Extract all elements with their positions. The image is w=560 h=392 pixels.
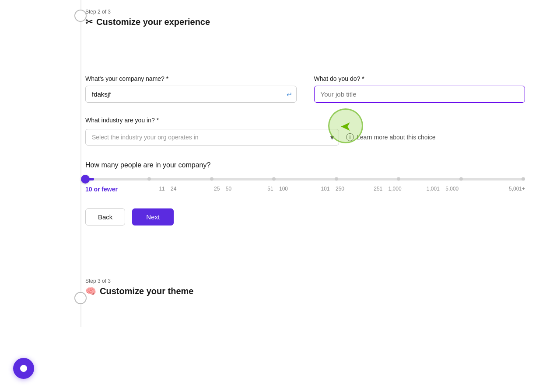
step2-circle	[74, 10, 87, 22]
step3-label: Step 3 of 3	[85, 278, 193, 284]
step2-title: ✂ Customize your experience	[85, 17, 210, 27]
cursor-arrow-icon: ➤	[340, 118, 351, 134]
enter-icon: ↵	[287, 90, 292, 98]
step3-title-text: Customize your theme	[100, 286, 193, 296]
step3-title: 🧠 Customize your theme	[85, 286, 193, 296]
company-name-field: What's your company name? * ↵	[85, 75, 297, 103]
next-button[interactable]: Next	[132, 208, 174, 225]
slider-dot-3	[272, 177, 276, 181]
job-title-field: What do you do? *	[314, 75, 525, 103]
industry-label: What industry are you in? *	[85, 117, 525, 124]
slider-label-3: 51 – 100	[250, 186, 305, 193]
slider-container	[85, 178, 525, 180]
learn-more-label: Learn more about this choice	[357, 134, 436, 141]
step3-section: Step 3 of 3 🧠 Customize your theme	[85, 278, 525, 327]
slider-label-6: 1,001 – 5,000	[415, 186, 470, 193]
step2-content: What's your company name? * ↵ What do yo…	[85, 40, 525, 225]
company-job-row: What's your company name? * ↵ What do yo…	[85, 75, 525, 103]
company-size-section: How many people are in your company?	[85, 161, 525, 193]
recording-dot	[20, 365, 27, 372]
company-name-label: What's your company name? *	[85, 75, 297, 82]
recording-indicator	[13, 358, 34, 379]
step3-header: Step 3 of 3 🧠 Customize your theme	[85, 278, 525, 296]
slider-label-2: 25 – 50	[195, 186, 250, 193]
company-name-input-wrapper: ↵	[85, 86, 297, 103]
cursor-hint-overlay: ➤	[328, 108, 363, 143]
company-name-input[interactable]	[85, 86, 297, 103]
industry-select-wrapper: Select the industry your org operates in…	[85, 129, 339, 146]
slider-labels: 10 or fewer 11 – 24 25 – 50 51 – 100 101…	[85, 186, 525, 193]
back-button[interactable]: Back	[85, 208, 125, 225]
slider-thumb[interactable]	[81, 175, 90, 184]
step2-icon: ✂	[85, 17, 93, 27]
step3-info: Step 3 of 3 🧠 Customize your theme	[85, 278, 193, 296]
action-buttons: Back Next	[85, 208, 525, 225]
slider-label-5: 251 – 1,000	[360, 186, 415, 193]
job-title-label: What do you do? *	[314, 75, 525, 82]
slider-dot-4	[335, 177, 338, 181]
slider-label-1: 11 – 24	[140, 186, 196, 193]
step2-header: Step 2 of 3 ✂ Customize your experience	[85, 9, 525, 27]
slider-dot-6	[459, 177, 463, 181]
slider-dot-7	[522, 177, 525, 181]
slider-dot-5	[397, 177, 400, 181]
job-title-input[interactable]	[314, 86, 525, 103]
industry-select[interactable]: Select the industry your org operates in	[85, 129, 339, 146]
step2-info: Step 2 of 3 ✂ Customize your experience	[85, 9, 210, 27]
timeline-line	[80, 0, 81, 327]
step2-label: Step 2 of 3	[85, 9, 210, 15]
industry-row: Select the industry your org operates in…	[85, 129, 525, 146]
slider-track	[85, 178, 525, 180]
company-size-title: How many people are in your company?	[85, 161, 525, 169]
industry-label-row: What industry are you in? *	[85, 117, 525, 124]
step3-circle	[74, 292, 87, 304]
slider-label-0: 10 or fewer	[85, 186, 140, 193]
step2-title-text: Customize your experience	[96, 17, 210, 27]
step3-icon: 🧠	[85, 286, 96, 296]
slider-dot-1	[147, 177, 151, 181]
slider-label-4: 101 – 250	[305, 186, 360, 193]
slider-label-7: 5,001+	[470, 186, 525, 193]
step2-section: Step 2 of 3 ✂ Customize your experience …	[85, 0, 525, 225]
slider-dot-2	[210, 177, 214, 181]
